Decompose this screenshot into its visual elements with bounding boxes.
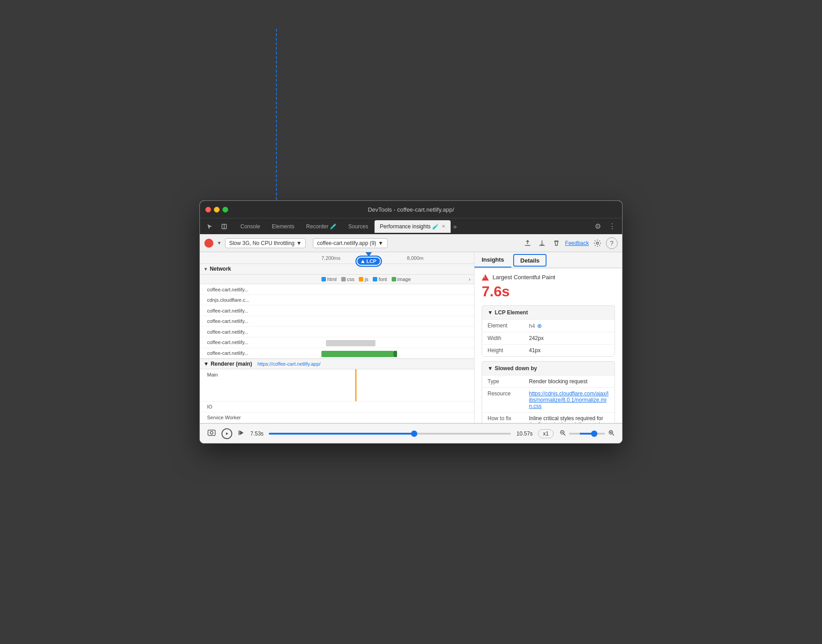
element-inspect-icon[interactable]: ⊕ (537, 322, 542, 329)
time-slider-thumb[interactable] (411, 431, 417, 437)
svg-rect-6 (239, 431, 239, 435)
details-tab-label: Details (520, 257, 540, 264)
time-end: 10.57s (516, 431, 533, 437)
tab-console[interactable]: Console (235, 220, 266, 233)
screenshot-icon[interactable] (207, 428, 216, 439)
tab-recorder-label: Recorder 🧪 (306, 223, 337, 230)
network-row-2-label: cdnjs.cloudflare.c... (200, 297, 321, 303)
legend-label-css: css (347, 277, 355, 282)
network-row-3-label: coffee-cart.netlify... (200, 308, 321, 313)
network-dropdown-arrow: ▼ (296, 240, 302, 246)
slowed-section-header[interactable]: ▼ Slowed down by (482, 362, 614, 375)
close-button[interactable] (205, 207, 211, 213)
upload-icon[interactable] (522, 237, 533, 249)
legend-image: image (392, 277, 411, 282)
svg-point-4 (210, 431, 213, 434)
settings-icon[interactable]: ⚙ (592, 220, 604, 233)
network-row-4: coffee-cart.netlify... (200, 316, 474, 327)
dock-icon[interactable] (218, 220, 230, 233)
tab-performance-insights[interactable]: Performance insights 🧪 ✕ (375, 220, 451, 233)
width-key: Width (488, 335, 524, 341)
record-button[interactable] (204, 239, 213, 248)
skip-to-start-icon[interactable] (238, 429, 245, 438)
help-icon[interactable]: ? (606, 237, 618, 249)
how-to-fix-text: Inline critical styles required for the … (529, 415, 606, 423)
insights-tab-label: Insights (482, 256, 504, 263)
zoom-slider-thumb[interactable] (591, 431, 597, 437)
time-marker-7200: 7,200ms (321, 255, 340, 261)
renderer-link-header[interactable]: https://coffee-cart.netlify.app/ (257, 361, 321, 367)
svg-line-9 (564, 434, 565, 435)
expand-legend-icon[interactable]: › (469, 277, 470, 282)
more-tabs-button[interactable]: » (452, 223, 459, 230)
window-title: DevTools - coffee-cart.netlify.app/ (368, 206, 454, 213)
svg-point-2 (596, 242, 599, 244)
zoom-in-icon[interactable] (608, 429, 615, 438)
download-icon[interactable] (536, 237, 548, 249)
tab-elements-label: Elements (272, 223, 294, 230)
origin-select[interactable]: coffee-cart.netlify.app (9) ▼ (313, 238, 388, 248)
height-row: Height 41px (482, 344, 614, 356)
svg-marker-7 (240, 431, 244, 435)
type-value: Render blocking request (529, 378, 609, 385)
tab-sources-label: Sources (348, 223, 368, 230)
lcp-warning-exclamation: ! (484, 275, 485, 279)
time-slider-container (269, 433, 511, 435)
maximize-button[interactable] (222, 207, 228, 213)
svg-line-12 (612, 434, 614, 435)
network-row-4-bars (321, 316, 474, 327)
network-row-7-label: coffee-cart.netlify... (200, 350, 321, 356)
legend-label-font: font (379, 277, 387, 282)
lcp-warning-row: ! Largest Contentful Paint (482, 274, 615, 281)
bottom-bar: 7.53s 10.57s x1 (200, 423, 622, 443)
element-value-container: h4 ⊕ (529, 322, 542, 329)
tab-icons (203, 220, 230, 233)
title-bar: DevTools - coffee-cart.netlify.app/ (200, 201, 622, 218)
tab-recorder[interactable]: Recorder 🧪 (301, 220, 342, 233)
settings-gear-icon[interactable] (592, 237, 603, 249)
tab-details[interactable]: Details (513, 254, 547, 267)
insights-tabs: Insights Details (474, 252, 622, 268)
tab-sources[interactable]: Sources (343, 220, 374, 233)
tab-elements[interactable]: Elements (266, 220, 300, 233)
play-button[interactable] (221, 428, 232, 439)
minimize-button[interactable] (214, 207, 220, 213)
network-row-2-bars (321, 295, 474, 305)
bar-dark-green-7 (393, 351, 397, 357)
legend-font: font (373, 277, 387, 282)
height-key: Height (488, 347, 524, 354)
lcp-title-text: Largest Contentful Paint (492, 274, 555, 281)
lcp-badge-label: LCP (366, 259, 376, 264)
close-tab-icon[interactable]: ✕ (442, 224, 445, 229)
network-row-6: coffee-cart.netlify... (200, 337, 474, 348)
zoom-out-icon[interactable] (559, 429, 566, 438)
svg-rect-3 (208, 430, 215, 435)
menu-icon[interactable]: ⋮ (606, 220, 619, 233)
time-slider[interactable] (269, 433, 511, 435)
network-section-header[interactable]: ▼ Network (200, 264, 474, 275)
main-content: 7,200ms 8,000m LCP ▼ Network (200, 252, 622, 443)
tab-insights[interactable]: Insights (474, 252, 511, 268)
zoom-controls (559, 429, 615, 438)
element-tag-value: h4 (529, 323, 535, 329)
speed-selector[interactable]: x1 (538, 429, 554, 438)
record-dropdown[interactable]: ▼ (217, 240, 221, 245)
network-throttle-select[interactable]: Slow 3G, No CPU throttling ▼ (225, 238, 306, 248)
lcp-element-title: LCP Element (495, 309, 528, 316)
renderer-section-header[interactable]: ▼ Renderer (main) https://coffee-cart.ne… (200, 358, 474, 369)
cursor-icon[interactable] (203, 220, 216, 233)
height-value: 41px (529, 347, 541, 354)
lcp-element-header[interactable]: ▼ LCP Element (482, 306, 614, 319)
main-track-label: Main (200, 369, 321, 377)
network-row-6-bars (321, 337, 474, 348)
legend-js: js (359, 277, 368, 282)
resource-key: Resource (488, 390, 524, 397)
zoom-slider[interactable] (569, 433, 605, 435)
tab-console-label: Console (240, 223, 260, 230)
lcp-warning-triangle (361, 260, 365, 263)
resource-link[interactable]: https://cdnjs.cloudflare.com/ajax/libs/n… (529, 390, 609, 409)
network-row-2: cdnjs.cloudflare.c... (200, 295, 474, 306)
delete-icon[interactable] (551, 237, 562, 249)
feedback-link[interactable]: Feedback (565, 240, 589, 246)
svg-marker-5 (226, 432, 228, 435)
